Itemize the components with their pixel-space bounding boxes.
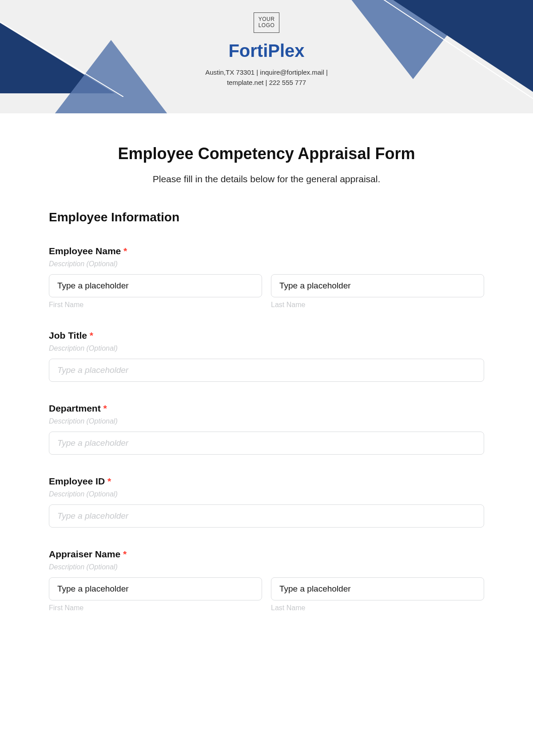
desc-job-title: Description (Optional) [49, 344, 484, 352]
field-employee-name: Employee Name * Description (Optional) F… [49, 246, 484, 309]
sublabel-appraiser-first-name: First Name [49, 604, 262, 612]
form-container: Employee Competency Appraisal Form Pleas… [0, 113, 533, 630]
contact-line1: Austin,TX 73301 | inquire@fortiplex.mail… [0, 67, 533, 77]
label-appraiser-name: Appraiser Name * [49, 549, 484, 560]
sublabel-last-name: Last Name [271, 301, 484, 309]
section-heading-employee-info: Employee Information [49, 210, 484, 224]
contact-line2: template.net | 222 555 777 [0, 77, 533, 88]
desc-appraiser-name: Description (Optional) [49, 563, 484, 571]
logo-line2: LOGO [259, 23, 275, 29]
field-job-title: Job Title * Description (Optional) [49, 330, 484, 382]
required-mark: * [103, 403, 107, 413]
desc-employee-id: Description (Optional) [49, 490, 484, 498]
required-mark: * [123, 246, 127, 256]
input-appraiser-first-name[interactable] [49, 577, 262, 600]
logo-line1: YOUR [259, 16, 275, 23]
sublabel-appraiser-last-name: Last Name [271, 604, 484, 612]
required-mark: * [107, 476, 111, 486]
label-job-title: Job Title * [49, 330, 484, 341]
header-band: YOUR LOGO FortiPlex Austin,TX 73301 | in… [0, 0, 533, 113]
field-employee-id: Employee ID * Description (Optional) [49, 476, 484, 528]
field-department: Department * Description (Optional) [49, 403, 484, 455]
label-employee-id: Employee ID * [49, 476, 484, 487]
input-employee-first-name[interactable] [49, 274, 262, 297]
contact-info: Austin,TX 73301 | inquire@fortiplex.mail… [0, 67, 533, 88]
label-employee-name: Employee Name * [49, 246, 484, 256]
input-employee-last-name[interactable] [271, 274, 484, 297]
input-employee-id[interactable] [49, 504, 484, 528]
required-mark: * [90, 330, 93, 340]
desc-department: Description (Optional) [49, 417, 484, 425]
required-mark: * [123, 549, 127, 559]
input-job-title[interactable] [49, 359, 484, 382]
desc-employee-name: Description (Optional) [49, 260, 484, 268]
form-title: Employee Competency Appraisal Form [49, 144, 484, 163]
label-department: Department * [49, 403, 484, 414]
sublabel-first-name: First Name [49, 301, 262, 309]
logo-placeholder: YOUR LOGO [254, 12, 280, 33]
field-appraiser-name: Appraiser Name * Description (Optional) … [49, 549, 484, 612]
form-subtitle: Please fill in the details below for the… [49, 174, 484, 184]
input-appraiser-last-name[interactable] [271, 577, 484, 600]
company-name: FortiPlex [0, 41, 533, 61]
input-department[interactable] [49, 432, 484, 455]
